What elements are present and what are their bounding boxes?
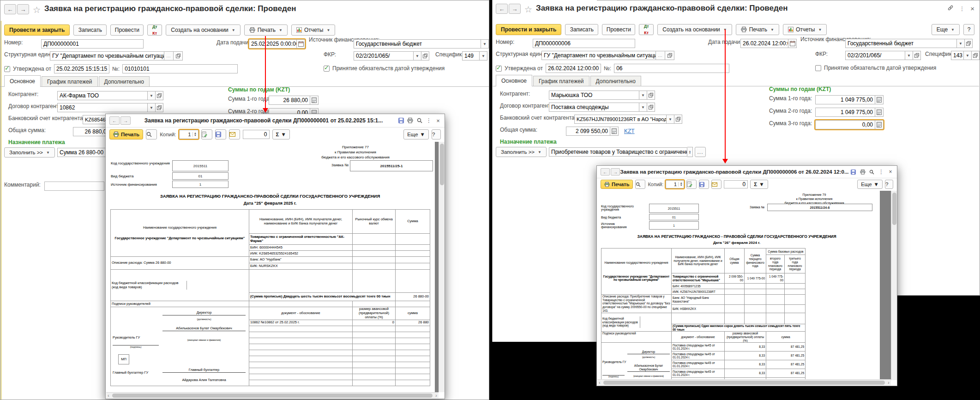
more-button[interactable]: Еще▼ <box>403 129 429 139</box>
structural-unit-field[interactable]: ГУ "Департамент по чрезвычайным ситуация… <box>541 51 656 60</box>
close-button[interactable]: × <box>886 168 895 176</box>
print-action-button[interactable]: Печать <box>109 129 143 139</box>
scroll-thumb[interactable] <box>440 144 444 185</box>
tab-additional[interactable]: Дополнительно <box>99 76 150 87</box>
tab-payment-schedule[interactable]: График платежей <box>533 76 589 86</box>
approved-date-field[interactable]: 26.02.2024 12:00:00 <box>546 64 601 73</box>
forward-button[interactable]: → <box>17 4 29 14</box>
approved-checkbox[interactable] <box>4 66 10 72</box>
favorite-star-icon[interactable]: ☆ <box>524 4 532 15</box>
submit-date-field[interactable]: 25.02.2025 0:00:00 <box>249 39 297 48</box>
create-based-on-button[interactable]: Создать на основании▼ <box>166 24 240 36</box>
calendar-button[interactable] <box>788 39 797 48</box>
edit-button[interactable] <box>201 129 212 139</box>
tab-main[interactable]: Основное <box>496 75 532 86</box>
sum-year2-calc-button[interactable] <box>875 108 884 117</box>
vertical-scrollbar[interactable] <box>439 142 445 392</box>
pages-field[interactable]: 0 <box>724 180 748 188</box>
dt-kt-button[interactable]: Дт Кт <box>147 24 162 36</box>
structural-unit-open-button[interactable] <box>174 51 183 61</box>
help-button[interactable]: ? <box>963 24 974 35</box>
stepper-arrows-icon[interactable]: ▲▼ <box>678 182 684 187</box>
contragent-field[interactable]: Марьюшка ТОО <box>549 91 639 100</box>
contract-field[interactable]: Поставка спецодежды <box>549 103 639 112</box>
help-button[interactable]: ? <box>432 129 441 139</box>
structural-unit-open-button[interactable] <box>665 51 674 60</box>
total-sum-field[interactable]: 2 099 550,00 <box>566 127 610 136</box>
post-and-close-button[interactable]: Провести и закрыть <box>496 24 561 35</box>
dialog-titlebar[interactable]: ← → Заявка на регистрацию гражданско-пра… <box>106 114 445 127</box>
print-button[interactable] <box>406 116 415 125</box>
menu-button[interactable]: ⋮ <box>877 168 886 176</box>
send-mail-button[interactable] <box>229 129 240 139</box>
structural-unit-select-button[interactable]: ... <box>656 51 665 60</box>
commitment-checkbox[interactable] <box>324 66 330 72</box>
print-button[interactable] <box>858 168 867 176</box>
bank-account-dropdown[interactable]: ▼ <box>667 115 674 124</box>
fill-button[interactable]: Заполнить >>▼ <box>496 147 547 157</box>
specifics-field[interactable]: 143 <box>951 51 964 60</box>
sum-year1-field[interactable]: 1 049 775,00 <box>815 95 875 104</box>
save-file-button[interactable] <box>699 180 709 189</box>
sum-year3-field[interactable]: 0,00 <box>815 120 875 129</box>
scroll-left-icon[interactable]: ‹ <box>106 393 111 398</box>
funding-source-open-button[interactable] <box>965 39 973 48</box>
contract-dropdown[interactable]: ▼ <box>148 103 156 112</box>
specifics-open-button[interactable] <box>972 51 980 60</box>
forward-button[interactable]: → <box>611 168 620 176</box>
sum-year1-calc-button[interactable] <box>310 96 319 105</box>
close-button[interactable]: × <box>433 116 443 125</box>
bank-account-open-button[interactable] <box>674 115 682 124</box>
horizontal-scrollbar[interactable]: ‹› <box>106 392 439 398</box>
print-menu-button[interactable]: Печать▼ <box>244 24 288 36</box>
fkr-dropdown[interactable]: ▼ <box>905 51 913 60</box>
save-button[interactable] <box>397 116 406 125</box>
specifics-dropdown[interactable]: ▼ <box>964 51 972 60</box>
horizontal-scrollbar[interactable]: ‹› <box>597 379 891 385</box>
create-based-on-button[interactable]: Создать на основании▼ <box>657 24 732 35</box>
funding-source-field[interactable]: Государственный бюджет <box>354 39 481 48</box>
fkr-open-button[interactable] <box>421 51 429 61</box>
more-button[interactable]: Еще▼ <box>932 24 960 35</box>
more-button[interactable]: Еще▼ <box>857 180 883 189</box>
pages-field[interactable]: 0 <box>243 130 270 139</box>
fkr-field[interactable]: 02/2/201/065/ <box>354 51 414 61</box>
total-calc-button[interactable] <box>610 127 619 136</box>
scroll-right-icon[interactable]: › <box>886 380 891 385</box>
fkr-dropdown[interactable]: ▼ <box>414 51 421 61</box>
dialog-titlebar[interactable]: ← → Заявка на регистрацию гражданско-пра… <box>597 166 897 178</box>
contragent-dropdown[interactable]: ▼ <box>639 91 647 100</box>
preview-button[interactable] <box>635 180 645 189</box>
send-mail-button[interactable] <box>711 180 721 189</box>
back-button[interactable]: ← <box>4 4 16 14</box>
purpose-more-button[interactable]: ... <box>695 147 706 157</box>
get-link-button[interactable] <box>947 5 954 12</box>
help-button[interactable]: ? <box>885 180 893 189</box>
contract-open-button[interactable] <box>156 103 163 112</box>
edit-button[interactable] <box>686 180 697 189</box>
print-action-button[interactable]: Печать <box>601 180 633 189</box>
tab-payment-schedule[interactable]: График платежей <box>42 76 98 87</box>
bank-account-field[interactable]: KZ567HJJN789001236RT в АО "Народный Банк… <box>574 115 667 124</box>
approved-checkbox[interactable] <box>496 66 502 72</box>
menu-button[interactable]: ⋮ <box>424 116 433 125</box>
submit-date-field[interactable]: 26.02.2024 12:00:00 <box>740 39 788 48</box>
print-menu-button[interactable]: Печать▼ <box>736 24 779 35</box>
vertical-scrollbar[interactable] <box>891 191 897 380</box>
preview-button[interactable] <box>146 129 157 139</box>
approved-date-field[interactable]: 25.02.2025 15:15:15 <box>54 64 109 73</box>
fkr-field[interactable]: 02/2/201/065/ <box>845 51 905 60</box>
back-button[interactable]: ← <box>601 168 610 176</box>
funding-source-dropdown[interactable]: ▼ <box>481 39 489 48</box>
contract-dropdown[interactable]: ▼ <box>639 103 647 112</box>
sum-year1-calc-button[interactable] <box>875 95 884 104</box>
contragent-field[interactable]: АК-Фарма ТОО <box>57 91 148 100</box>
post-button[interactable]: Провести <box>602 24 635 35</box>
approved-no-field[interactable]: 01010101 <box>122 64 238 73</box>
preview-button[interactable] <box>415 116 424 125</box>
commitment-checkbox[interactable] <box>815 65 821 71</box>
currency-link[interactable]: KZT <box>624 128 635 134</box>
forward-button[interactable]: → <box>120 116 131 125</box>
back-button[interactable]: ← <box>496 4 508 14</box>
scroll-thumb[interactable] <box>892 193 896 225</box>
